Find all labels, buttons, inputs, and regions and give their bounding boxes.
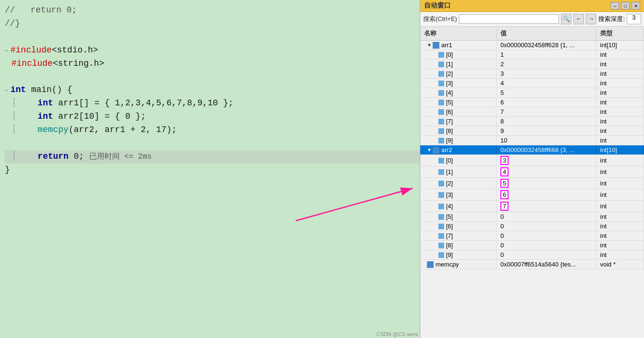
cell-value: 5 (497, 178, 596, 189)
cell-type: int (596, 79, 644, 88)
code-line-return: ┊ return 0; 已用时间 <= 2ms (5, 150, 420, 164)
cell-value: 1 (497, 50, 596, 59)
table-row[interactable]: [9]10int (420, 136, 644, 145)
cell-value: 9 (497, 126, 596, 135)
auto-panel: 自动窗口 – □ ✕ 搜索(Ctrl+E) 🔍 ← → 搜索深度: 3 名称 值… (420, 0, 644, 338)
table-row[interactable]: [4]7int (420, 201, 644, 212)
close-button[interactable]: ✕ (632, 2, 640, 10)
cell-value: 0 (497, 250, 596, 259)
cell-type: int (596, 166, 644, 177)
minimize-button[interactable]: – (611, 2, 619, 10)
cell-value: 0 (497, 241, 596, 250)
cell-type: int (596, 231, 644, 240)
cell-type: int (596, 126, 644, 135)
watermark: CSDN @CS semi (376, 331, 418, 337)
cell-name: memcpy (420, 260, 497, 269)
cell-value: 3 (497, 69, 596, 78)
cell-type: int (596, 241, 644, 250)
table-row[interactable]: [3]6int (420, 189, 644, 201)
cell-value: 0 (497, 222, 596, 231)
table-row[interactable]: [7]0int (420, 231, 644, 241)
cell-value: 8 (497, 117, 596, 126)
search-bar: 搜索(Ctrl+E) 🔍 ← → 搜索深度: 3 (420, 12, 644, 27)
cell-type: void * (596, 260, 644, 269)
cell-name: [3] (420, 79, 497, 88)
cell-value: 6 (497, 98, 596, 107)
cell-name: [5] (420, 98, 497, 107)
table-row[interactable]: [2]5int (420, 178, 644, 189)
cell-name: [1] (420, 60, 497, 69)
cell-name: [4] (420, 88, 497, 97)
table-row[interactable]: [5]6int (420, 98, 644, 107)
forward-button[interactable]: → (586, 14, 596, 24)
table-row[interactable]: [5]0int (420, 212, 644, 222)
table-row[interactable]: [1]2int (420, 60, 644, 69)
cell-value: 10 (497, 136, 596, 145)
cell-value: 0 (497, 212, 596, 221)
table-row[interactable]: [9]0int (420, 250, 644, 260)
cell-value: 7 (497, 201, 596, 212)
code-line-brace: } (5, 164, 420, 177)
cell-type: int (596, 155, 644, 166)
table-row[interactable]: [4]5int (420, 88, 644, 98)
col-header-type: 类型 (596, 28, 644, 39)
table-row[interactable]: ▼arr20x00000032458ff668 {3, ...int[10] (420, 145, 644, 155)
code-line-comment1: // return 0; (5, 4, 420, 17)
search-input[interactable] (459, 14, 559, 24)
code-line-include2: #include<string.h> (5, 57, 420, 71)
cell-type: int (596, 178, 644, 189)
cell-type: int (596, 60, 644, 69)
cell-type: int (596, 117, 644, 126)
cell-name: [9] (420, 136, 497, 145)
depth-label: 搜索深度: (598, 15, 625, 23)
table-row[interactable]: ▼arr10x00000032458ff628 {1, ...int[10] (420, 41, 644, 50)
code-line-blank2 (5, 70, 420, 83)
table-row[interactable]: [8]0int (420, 241, 644, 250)
cell-type: int (596, 136, 644, 145)
cell-name: [0] (420, 50, 497, 59)
cell-type: int (596, 189, 644, 200)
cell-value: 4 (497, 166, 596, 177)
cell-type: int (596, 250, 644, 259)
search-button[interactable]: 🔍 (561, 14, 571, 24)
cell-name: [3] (420, 189, 497, 200)
cell-type: int (596, 69, 644, 78)
cell-name: [8] (420, 126, 497, 135)
cell-value: 5 (497, 88, 596, 97)
cell-name: [5] (420, 212, 497, 221)
table-row[interactable]: [0]1int (420, 50, 644, 60)
svg-line-1 (296, 188, 413, 221)
cell-name: [4] (420, 201, 497, 212)
table-row[interactable]: [7]8int (420, 117, 644, 126)
cell-type: int (596, 88, 644, 97)
table-row[interactable]: memcpy0x00007ff6514a5640 {tes...void * (420, 260, 644, 269)
search-label: 搜索(Ctrl+E) (423, 15, 457, 23)
cell-value: 6 (497, 189, 596, 200)
col-header-name: 名称 (420, 28, 497, 39)
code-line-main: − int main() { (5, 83, 420, 97)
code-panel: // return 0; //} − #include<stdio.h> #in… (0, 0, 420, 338)
cell-type: int (596, 107, 644, 116)
cell-name: [2] (420, 178, 497, 189)
table-row[interactable]: [6]0int (420, 222, 644, 231)
collapse-icon-include1: − (5, 48, 10, 55)
table-row[interactable]: [3]4int (420, 79, 644, 88)
cell-name: [9] (420, 250, 497, 259)
cell-name: ▼arr1 (420, 41, 497, 50)
back-button[interactable]: ← (573, 14, 584, 24)
cell-value: 0 (497, 231, 596, 240)
restore-button[interactable]: □ (621, 2, 630, 10)
col-header-value: 值 (497, 28, 596, 39)
cell-value: 3 (497, 155, 596, 166)
auto-title-bar: 自动窗口 – □ ✕ (420, 0, 644, 12)
table-row[interactable]: [2]3int (420, 69, 644, 79)
cell-name: [8] (420, 241, 497, 250)
cell-value: 7 (497, 107, 596, 116)
table-row[interactable]: [8]9int (420, 126, 644, 136)
table-row[interactable]: [0]3int (420, 155, 644, 166)
depth-value: 3 (627, 14, 641, 24)
cell-value: 0x00000032458ff628 {1, ... (497, 41, 596, 50)
table-row[interactable]: [1]4int (420, 166, 644, 178)
cell-name: [7] (420, 231, 497, 240)
table-row[interactable]: [6]7int (420, 107, 644, 117)
